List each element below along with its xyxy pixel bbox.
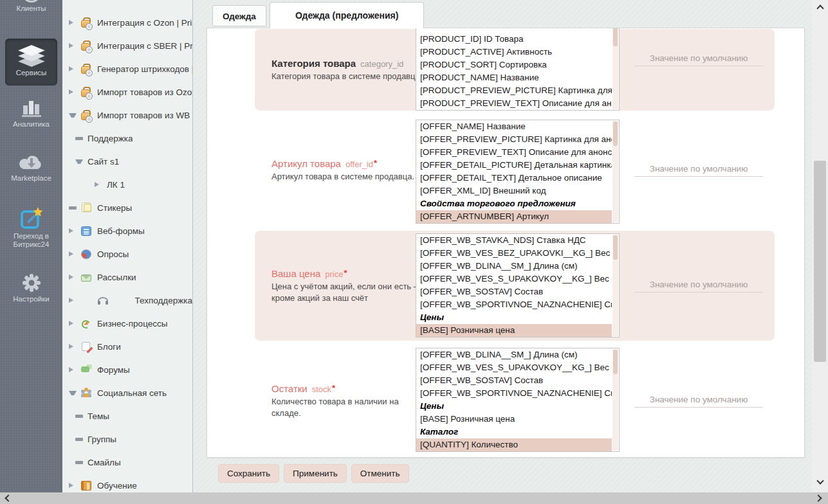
sidebar-item-clients[interactable]: Клиенты bbox=[0, 0, 62, 13]
tree-item[interactable]: Рассылки bbox=[62, 266, 192, 289]
tree-item[interactable]: Обучение bbox=[62, 474, 192, 492]
default-value-input[interactable] bbox=[634, 277, 763, 292]
tree-item[interactable]: Группы bbox=[62, 428, 192, 451]
tree-item[interactable]: Смайлы bbox=[62, 451, 192, 474]
select-option[interactable]: [OFFER_WB_SOSTAV] Состав bbox=[416, 285, 612, 298]
select-option[interactable]: [PRODUCT_PREVIEW_PICTURE] Картинка для а… bbox=[416, 84, 612, 97]
scroll-up-icon[interactable] bbox=[816, 4, 823, 12]
select-option[interactable]: [OFFER_ARTNUMBER] Артикул bbox=[416, 210, 612, 223]
select-option[interactable]: [OFFER_NAME] Название bbox=[416, 120, 612, 133]
select-option[interactable]: [PRODUCT_SORT] Сортировка bbox=[416, 59, 612, 71]
expanded-arrow-icon[interactable] bbox=[69, 391, 77, 395]
tree-item-label: ЛК 1 bbox=[107, 180, 125, 190]
tab-odezhda[interactable]: Одежда bbox=[212, 5, 266, 26]
sidebar-item-services[interactable]: Сервисы bbox=[5, 39, 57, 86]
select-option[interactable]: [OFFER_PREVIEW_TEXT] Описание для анонса bbox=[416, 146, 612, 159]
select-option[interactable]: [OFFER_WB_SPORTIVNOE_NAZNACHENIE] Спорт bbox=[416, 298, 612, 311]
cancel-button[interactable]: Отменить bbox=[351, 464, 409, 483]
tree-item[interactable]: Блоги bbox=[62, 335, 192, 358]
expanded-arrow-icon[interactable] bbox=[69, 113, 77, 118]
collapsed-arrow-icon[interactable] bbox=[69, 483, 77, 488]
select-option[interactable]: [BASE] Розничная цена bbox=[416, 324, 612, 337]
select-option[interactable]: [OFFER_WB_SPORTIVNOE_NAZNACHENIE] Спорт bbox=[416, 387, 612, 400]
select-option[interactable]: [OFFER_WB_VES_BEZ_UPAKOVKI__KG_] Вес без bbox=[416, 247, 612, 260]
vertical-scrollbar-thumb[interactable] bbox=[814, 161, 826, 362]
tree-item[interactable]: Техподдержка bbox=[62, 289, 192, 312]
tree-item[interactable]: Темы bbox=[62, 404, 192, 428]
scroll-left-icon[interactable] bbox=[5, 494, 12, 501]
tree-item[interactable]: Интеграция с SBER | Prime bbox=[62, 34, 192, 57]
select-option[interactable]: [QUANTITY] Количество bbox=[416, 438, 612, 451]
tree-item[interactable]: Социальная сеть bbox=[62, 381, 192, 404]
collapsed-arrow-icon[interactable] bbox=[69, 228, 77, 233]
select-option[interactable]: [OFFER_WB_SOSTAV] Состав bbox=[416, 374, 612, 387]
mapping-select[interactable]: [PRODUCT_ID] ID Товара[PRODUCT_ACTIVE] А… bbox=[416, 28, 620, 111]
default-value-input[interactable] bbox=[634, 392, 763, 408]
select-option[interactable]: [BASE] Розничная цена bbox=[416, 413, 612, 426]
required-asterisk: * bbox=[374, 158, 377, 168]
tab-odezhda-offers[interactable]: Одежда (предложения) bbox=[270, 2, 424, 28]
module-icon bbox=[81, 42, 91, 52]
save-button[interactable]: Сохранить bbox=[218, 464, 279, 483]
select-scrollbar[interactable] bbox=[612, 121, 618, 222]
collapsed-arrow-icon[interactable] bbox=[69, 321, 77, 326]
sidebar-item-settings[interactable]: Настройки bbox=[0, 273, 62, 303]
select-option[interactable]: [OFFER_WB_VES_S_UPAKOVKOY__KG_] Вес с уп bbox=[416, 361, 612, 374]
default-value-input[interactable] bbox=[634, 51, 763, 66]
tree-item[interactable]: Интеграция с Ozon | Prime bbox=[62, 11, 192, 34]
collapsed-arrow-icon[interactable] bbox=[69, 344, 77, 349]
collapsed-arrow-icon[interactable] bbox=[69, 251, 77, 256]
tree-item[interactable]: Форумы bbox=[62, 358, 192, 381]
select-option[interactable]: [PRODUCT_NAME] Название bbox=[416, 71, 612, 84]
collapsed-arrow-icon[interactable] bbox=[69, 66, 77, 71]
tree-item[interactable]: Генератор штрихкодов | Pr bbox=[62, 57, 192, 80]
mapping-select[interactable]: [OFFER_WB_STAVKA_NDS] Ставка НДС[OFFER_W… bbox=[416, 233, 620, 338]
tree-item[interactable]: Стикеры bbox=[62, 196, 192, 219]
collapsed-arrow-icon[interactable] bbox=[69, 43, 77, 48]
select-option[interactable]: [OFFER_WB_VES_S_UPAKOVKOY__KG_] Вес с уп bbox=[416, 273, 612, 285]
layers-icon bbox=[18, 45, 45, 67]
tree-item[interactable]: Сайт s1 bbox=[62, 150, 192, 173]
collapsed-arrow-icon[interactable] bbox=[95, 182, 102, 187]
vertical-scrollbar[interactable] bbox=[812, 0, 828, 492]
select-scrollbar[interactable] bbox=[612, 349, 618, 451]
select-scrollbar[interactable] bbox=[612, 28, 618, 109]
tree-item[interactable]: Веб-формы bbox=[62, 219, 192, 242]
sidebar-item-analytics[interactable]: Аналитика bbox=[0, 96, 62, 129]
collapsed-arrow-icon[interactable] bbox=[69, 367, 77, 372]
scroll-right-icon[interactable] bbox=[814, 494, 822, 501]
collapsed-arrow-icon[interactable] bbox=[69, 20, 77, 25]
option-list: [OFFER_NAME] Название[OFFER_PREVIEW_PICT… bbox=[416, 120, 612, 223]
collapsed-arrow-icon[interactable] bbox=[69, 298, 77, 303]
select-option[interactable]: [OFFER_WB_DLINA__SM_] Длина (см) bbox=[416, 348, 612, 361]
select-option[interactable]: [PRODUCT_ID] ID Товара bbox=[416, 33, 612, 46]
apply-button[interactable]: Применить bbox=[284, 464, 347, 483]
select-option[interactable]: [OFFER_DETAIL_PICTURE] Детальная картинк… bbox=[416, 159, 612, 172]
scroll-down-icon[interactable] bbox=[816, 477, 823, 484]
tree-item[interactable]: Бизнес-процессы bbox=[62, 312, 192, 335]
field-label: Категория товара bbox=[271, 58, 356, 69]
collapsed-arrow-icon[interactable] bbox=[69, 89, 77, 94]
tree-item[interactable]: Импорт товаров из WB | Pr bbox=[62, 104, 192, 127]
tree-item[interactable]: Опросы bbox=[62, 242, 192, 266]
tree-item[interactable]: ЛК 1 bbox=[62, 173, 192, 196]
sidebar-item-marketplace[interactable]: Marketplace bbox=[0, 152, 62, 183]
select-option[interactable]: [PRODUCT_PREVIEW_TEXT] Описание для анон… bbox=[416, 97, 612, 110]
select-option[interactable]: [OFFER_PREVIEW_PICTURE] Картинка для ано… bbox=[416, 133, 612, 146]
select-option[interactable]: [OFFER_DETAIL_TEXT] Детальное описание bbox=[416, 172, 612, 184]
select-option[interactable]: [OFFER_WB_DLINA__SM_] Длина (см) bbox=[416, 260, 612, 273]
select-option[interactable]: [OFFER_WB_STAVKA_NDS] Ставка НДС bbox=[416, 234, 612, 247]
select-scrollbar[interactable] bbox=[612, 235, 618, 336]
select-option[interactable]: [PRODUCT_ACTIVE] Активность bbox=[416, 46, 612, 59]
horizontal-scrollbar[interactable] bbox=[0, 492, 828, 504]
sidebar-item-bitrix24[interactable]: Переход в Битрикс24 bbox=[0, 206, 62, 249]
collapsed-arrow-icon[interactable] bbox=[69, 274, 77, 280]
tree-item-label: Рассылки bbox=[97, 273, 136, 282]
expanded-arrow-icon[interactable] bbox=[75, 159, 83, 164]
mapping-select[interactable]: [OFFER_NAME] Название[OFFER_PREVIEW_PICT… bbox=[416, 120, 620, 224]
tree-item[interactable]: Поддержка bbox=[62, 127, 192, 150]
select-option[interactable]: [OFFER_XML_ID] Внешний код bbox=[416, 184, 612, 197]
default-value-input[interactable] bbox=[634, 161, 763, 177]
tree-item[interactable]: Импорт товаров из Ozon | bbox=[62, 80, 192, 104]
mapping-select[interactable]: [OFFER_WB_DLINA__SM_] Длина (см)[OFFER_W… bbox=[416, 348, 620, 452]
